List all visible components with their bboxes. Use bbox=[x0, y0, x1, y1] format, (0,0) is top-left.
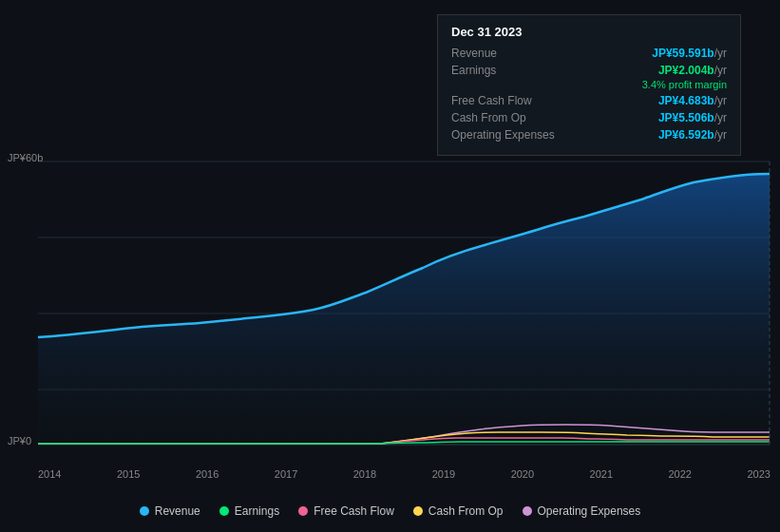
tooltip-profit-margin: 3.4% profit margin bbox=[451, 79, 727, 90]
tooltip-opex-label: Operating Expenses bbox=[451, 128, 555, 142]
tooltip-revenue-row: Revenue JP¥59.591b/yr bbox=[451, 47, 727, 60]
x-label-2018: 2018 bbox=[353, 468, 376, 480]
legend-cashfromop-label: Cash From Op bbox=[428, 504, 504, 518]
tooltip-fcf-value: JP¥4.683b/yr bbox=[658, 94, 727, 107]
x-label-2015: 2015 bbox=[117, 468, 140, 480]
x-label-2014: 2014 bbox=[38, 468, 61, 480]
x-label-2020: 2020 bbox=[511, 468, 534, 480]
x-axis-labels: 2014 2015 2016 2017 2018 2019 2020 2021 … bbox=[38, 468, 780, 480]
legend-earnings-dot bbox=[219, 506, 229, 516]
legend-fcf-label: Free Cash Flow bbox=[314, 504, 394, 518]
tooltip-cashfromop-row: Cash From Op JP¥5.506b/yr bbox=[451, 111, 727, 124]
legend-earnings[interactable]: Earnings bbox=[219, 504, 279, 518]
legend-fcf[interactable]: Free Cash Flow bbox=[298, 504, 394, 518]
tooltip-date: Dec 31 2023 bbox=[451, 25, 727, 39]
x-label-2017: 2017 bbox=[275, 468, 297, 480]
tooltip-revenue-value: JP¥59.591b/yr bbox=[652, 47, 727, 60]
y-axis-top-label: JP¥60b bbox=[8, 152, 43, 163]
legend-revenue-label: Revenue bbox=[155, 504, 200, 518]
legend-cashfromop-dot bbox=[413, 506, 423, 516]
chart-container: JP¥60b JP¥0 2014 2015 2016 2017 2018 201… bbox=[0, 0, 780, 532]
tooltip-cashfromop-value: JP¥5.506b/yr bbox=[658, 111, 727, 124]
legend-opex-label: Operating Expenses bbox=[538, 504, 641, 518]
tooltip-opex-row: Operating Expenses JP¥6.592b/yr bbox=[451, 128, 727, 142]
legend-cashfromop[interactable]: Cash From Op bbox=[413, 504, 504, 518]
x-label-2022: 2022 bbox=[669, 468, 692, 480]
legend-fcf-dot bbox=[298, 506, 308, 516]
legend-earnings-label: Earnings bbox=[235, 504, 279, 518]
tooltip-cashfromop-label: Cash From Op bbox=[451, 111, 526, 124]
tooltip-earnings-row: Earnings JP¥2.004b/yr bbox=[451, 64, 727, 77]
x-label-2023: 2023 bbox=[747, 468, 770, 480]
legend-revenue-dot bbox=[140, 506, 149, 516]
y-axis-bottom-label: JP¥0 bbox=[8, 435, 31, 446]
x-label-2019: 2019 bbox=[432, 468, 455, 480]
x-label-2021: 2021 bbox=[590, 468, 613, 480]
legend-opex[interactable]: Operating Expenses bbox=[523, 504, 641, 518]
chart-legend: Revenue Earnings Free Cash Flow Cash Fro… bbox=[0, 504, 780, 518]
tooltip-revenue-label: Revenue bbox=[451, 47, 497, 60]
tooltip-box: Dec 31 2023 Revenue JP¥59.591b/yr Earnin… bbox=[437, 14, 741, 156]
tooltip-fcf-label: Free Cash Flow bbox=[451, 94, 532, 107]
legend-revenue[interactable]: Revenue bbox=[140, 504, 200, 518]
tooltip-opex-value: JP¥6.592b/yr bbox=[658, 128, 727, 142]
tooltip-earnings-value: JP¥2.004b/yr bbox=[658, 64, 727, 77]
tooltip-earnings-label: Earnings bbox=[451, 64, 496, 77]
tooltip-fcf-row: Free Cash Flow JP¥4.683b/yr bbox=[451, 94, 727, 107]
legend-opex-dot bbox=[523, 506, 532, 516]
x-label-2016: 2016 bbox=[196, 468, 219, 480]
